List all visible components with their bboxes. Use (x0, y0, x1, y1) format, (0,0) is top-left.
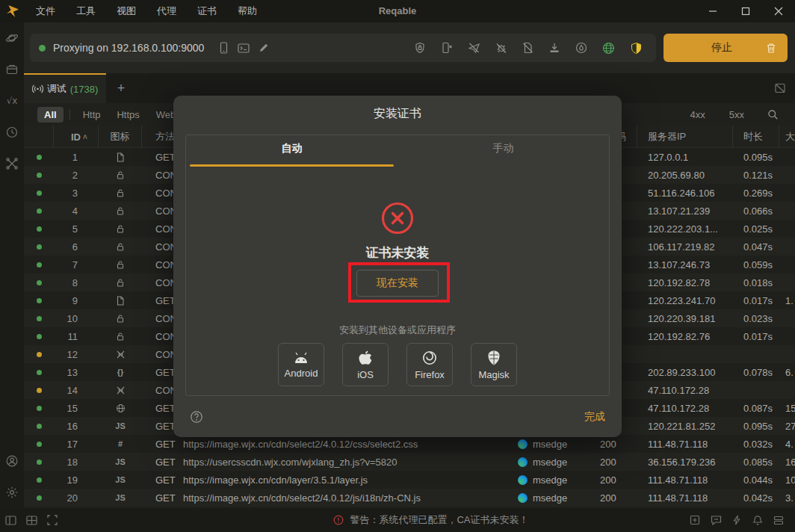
notifications-bell-icon[interactable] (747, 508, 768, 532)
download-icon[interactable] (548, 42, 560, 54)
menu-item-4[interactable]: 证书 (187, 0, 227, 22)
request-id: 11 (54, 327, 99, 345)
add-tab-button[interactable]: + (106, 73, 136, 103)
menu-item-1[interactable]: 工具 (66, 0, 106, 22)
tab-debug[interactable]: 调试 (1738) (24, 73, 106, 103)
duration: 0.087s (733, 399, 779, 417)
edit-pencil-icon[interactable] (259, 43, 269, 53)
fullscreen-icon[interactable] (42, 508, 63, 532)
close-button[interactable] (762, 0, 795, 22)
link-off-icon (99, 381, 142, 399)
proxy-address-bar[interactable]: Proxying on 192.168.0.100:9000 (30, 34, 656, 62)
collection-box-icon[interactable] (0, 54, 24, 85)
scripting-sqrt-icon[interactable]: √x (0, 85, 24, 117)
feedback-icon[interactable] (705, 508, 726, 532)
ssl-shield-lock-icon[interactable] (414, 42, 426, 54)
request-id: 14 (54, 381, 99, 399)
request-row-17[interactable]: 17#GEThttps://image.wjx.cn/cdn/select2/4… (24, 435, 795, 453)
status-bar-right-icons (684, 508, 789, 532)
col-duration[interactable]: 时长 (733, 126, 779, 148)
sidebar: √x (0, 22, 24, 508)
request-id: 4 (54, 202, 99, 220)
request-id: 17 (54, 435, 99, 453)
tab-label: 调试 (47, 82, 66, 96)
menu-item-2[interactable]: 视图 (106, 0, 146, 22)
status-dot (24, 327, 54, 345)
drop-mode-icon[interactable] (575, 42, 587, 54)
split-view-icon[interactable] (21, 508, 42, 532)
autoscroll-off-icon[interactable] (774, 73, 786, 103)
device-button-ios[interactable]: iOS (342, 343, 389, 386)
request-row-18[interactable]: 18JSGEThttps://usercsscdn.wjx.com/wjxlan… (24, 453, 795, 471)
dialog-tab-0[interactable]: 自动 (186, 135, 398, 162)
status-dot (24, 363, 54, 381)
filter-4xx[interactable]: 4xx (684, 107, 712, 123)
request-row-19[interactable]: 19JSGEThttps://image.wjx.cn/cdn/layer/3.… (24, 471, 795, 489)
phone-disconnect-icon[interactable] (441, 42, 453, 54)
request-method: GET (142, 435, 183, 453)
size (779, 345, 795, 363)
device-button-firefox[interactable]: Firefox (406, 343, 453, 386)
request-url: https://image.wjx.cn/cdn/layer/3.5.1/lay… (183, 471, 512, 489)
side-panel-icon[interactable] (0, 508, 21, 532)
size (779, 148, 795, 166)
lock-icon (99, 202, 142, 220)
device-button-android[interactable]: Android (278, 343, 324, 386)
duration: 0.095s (733, 417, 779, 435)
done-button[interactable]: 完成 (584, 410, 605, 424)
duration: 0.121s (733, 166, 779, 184)
app-logo-icon (0, 0, 25, 22)
filter-all[interactable]: All (37, 107, 64, 123)
bug-off-icon[interactable] (495, 42, 507, 54)
status-dot (24, 435, 54, 453)
network-globe-icon[interactable] (602, 42, 615, 55)
plane-off-icon[interactable] (468, 42, 480, 54)
filter-http[interactable]: Http (76, 107, 108, 123)
settings-gear-icon[interactable] (0, 477, 24, 508)
search-icon[interactable] (767, 109, 779, 120)
menu-item-3[interactable]: 代理 (146, 0, 187, 22)
stop-button[interactable]: 停止 (663, 34, 788, 62)
menu-item-0[interactable]: 文件 (25, 0, 66, 22)
msedge-icon (518, 457, 528, 467)
device-button-magisk[interactable]: Magisk (471, 343, 517, 386)
server-ip: 127.0.0.1 (637, 148, 733, 166)
col-size[interactable]: 大小 (779, 126, 795, 148)
dialog-tab-1[interactable]: 手动 (398, 135, 609, 162)
duration: 0.047s (733, 238, 779, 256)
request-row-20[interactable]: 20JSGEThttps://image.wjx.cn/cdn/select2/… (24, 489, 795, 507)
col-id[interactable]: ID˄ (54, 126, 99, 148)
certificate-shield-icon[interactable] (630, 42, 643, 55)
status-bar: 警告：系统代理已配置，CA证书未安装！ (0, 508, 795, 532)
size: 3. (779, 489, 795, 507)
mobile-device-icon[interactable] (219, 42, 229, 54)
server-list-icon[interactable] (768, 508, 789, 532)
filter-https[interactable]: Https (110, 107, 146, 123)
terminal-icon[interactable] (238, 43, 250, 53)
server-ip: 36.156.179.236 (637, 453, 733, 471)
document-off-icon[interactable] (522, 42, 533, 54)
col-icon[interactable]: 图标 (99, 126, 142, 148)
status-dot (24, 345, 54, 363)
server-ip: 120.192.82.78 (637, 273, 733, 291)
col-server-ip[interactable]: 服务器IP (637, 126, 733, 148)
maximize-button[interactable] (729, 0, 762, 22)
trash-icon[interactable] (755, 43, 788, 54)
globe-icon (99, 399, 142, 417)
help-icon[interactable] (190, 410, 203, 424)
menu-item-5[interactable]: 帮助 (227, 0, 267, 22)
status-dot (24, 489, 54, 507)
tools-icon[interactable] (0, 148, 24, 179)
account-icon[interactable] (0, 445, 24, 477)
new-window-icon[interactable] (684, 508, 705, 532)
minimize-button[interactable] (696, 0, 729, 22)
dialog-footer: 完成 (173, 396, 622, 437)
server-ip: 111.48.71.118 (637, 471, 733, 489)
traffic-planet-icon[interactable] (0, 22, 24, 54)
duration: 0.078s (733, 363, 779, 381)
filter-5xx[interactable]: 5xx (723, 107, 751, 123)
quick-actions-bolt-icon[interactable] (726, 508, 747, 532)
history-clock-icon[interactable] (0, 117, 24, 148)
server-ip: 47.110.172.28 (637, 381, 733, 399)
server-ip: 120.220.39.181 (637, 309, 733, 327)
